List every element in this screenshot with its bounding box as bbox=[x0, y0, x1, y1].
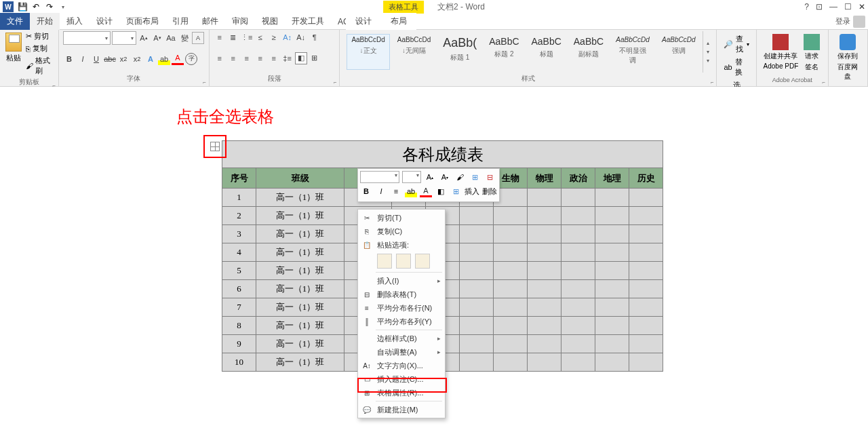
cell[interactable] bbox=[528, 262, 561, 280]
mini-shading[interactable]: ◧ bbox=[435, 185, 447, 197]
cell[interactable] bbox=[629, 317, 663, 335]
cell[interactable] bbox=[561, 189, 595, 207]
cell[interactable] bbox=[595, 262, 629, 280]
increase-indent-button[interactable]: ≥ bbox=[268, 31, 280, 43]
tab-page-layout[interactable]: 页面布局 bbox=[119, 13, 165, 30]
cell[interactable]: 7 bbox=[222, 298, 256, 317]
header-1[interactable]: 班级 bbox=[256, 168, 344, 189]
show-marks-button[interactable]: ¶ bbox=[309, 31, 321, 43]
help-button[interactable]: ? bbox=[804, 2, 809, 12]
asian-layout-button[interactable]: A↕ bbox=[281, 31, 294, 43]
menu-cut[interactable]: ✂剪切(T) bbox=[358, 211, 445, 224]
cell[interactable]: 9 bbox=[222, 335, 256, 353]
cell[interactable] bbox=[528, 243, 561, 262]
superscript-button[interactable]: x2 bbox=[131, 53, 143, 65]
cell[interactable] bbox=[460, 335, 494, 353]
undo-icon[interactable]: ↶ bbox=[31, 2, 41, 12]
tab-home[interactable]: 开始 bbox=[30, 13, 60, 30]
cell[interactable] bbox=[460, 353, 494, 372]
tab-mailings[interactable]: 邮件 bbox=[195, 13, 225, 30]
cell[interactable]: 2 bbox=[222, 207, 256, 225]
find-button[interactable]: 🔎查找▾ bbox=[724, 34, 749, 54]
mini-font-color[interactable]: A bbox=[420, 185, 432, 197]
cell[interactable] bbox=[561, 207, 595, 225]
save-baidu-button[interactable]: 保存到 百度网盘 bbox=[833, 31, 863, 84]
request-signature-button[interactable]: 请求 签名 bbox=[801, 31, 823, 75]
cell[interactable] bbox=[528, 225, 561, 243]
cell[interactable] bbox=[595, 225, 629, 243]
decrease-indent-button[interactable]: ≤ bbox=[254, 31, 267, 43]
table-title-cell[interactable]: 各科成绩表 bbox=[222, 141, 663, 168]
align-left-button[interactable]: ≡ bbox=[214, 52, 226, 64]
bold-button[interactable]: B bbox=[63, 53, 75, 65]
cell[interactable] bbox=[561, 280, 595, 298]
cell[interactable]: 高一（1）班 bbox=[256, 225, 344, 243]
font-name-combo[interactable] bbox=[63, 31, 111, 45]
change-case-button[interactable]: Aa bbox=[165, 32, 177, 44]
style-item-7[interactable]: AaBbCcDd强调 bbox=[657, 34, 700, 70]
style-item-5[interactable]: AaBbC副标题 bbox=[569, 34, 608, 70]
cell[interactable] bbox=[595, 243, 629, 262]
cell[interactable] bbox=[595, 207, 629, 225]
mini-shrink-font[interactable]: A▾ bbox=[439, 171, 451, 183]
cell[interactable] bbox=[629, 207, 663, 225]
paste-button[interactable]: 粘贴 bbox=[4, 31, 23, 76]
mini-delete-label[interactable]: 删除 bbox=[482, 186, 497, 197]
align-center-button[interactable]: ≡ bbox=[227, 52, 239, 64]
cell[interactable]: 1 bbox=[222, 189, 256, 207]
underline-button[interactable]: U bbox=[90, 53, 102, 65]
cell[interactable] bbox=[595, 298, 629, 317]
cell[interactable] bbox=[561, 243, 595, 262]
text-effects-button[interactable]: A bbox=[144, 53, 157, 65]
mini-italic[interactable]: I bbox=[375, 185, 387, 197]
mini-format-painter[interactable]: 🖌 bbox=[454, 171, 466, 183]
line-spacing-button[interactable]: ‡≡ bbox=[281, 52, 294, 64]
cell[interactable]: 5 bbox=[222, 262, 256, 280]
mini-table-insert[interactable]: ⊞ bbox=[469, 171, 481, 183]
menu-delete-table[interactable]: ⊟删除表格(T) bbox=[358, 288, 445, 301]
bullets-button[interactable]: ≡ bbox=[214, 31, 226, 43]
justify-button[interactable]: ≡ bbox=[254, 52, 267, 64]
clear-formatting-button[interactable]: A bbox=[192, 32, 204, 44]
menu-new-comment[interactable]: 💬新建批注(M) bbox=[358, 403, 445, 416]
cell[interactable]: 4 bbox=[222, 243, 256, 262]
cell[interactable] bbox=[494, 317, 528, 335]
save-icon[interactable]: 💾 bbox=[18, 2, 27, 12]
numbering-button[interactable]: ≣ bbox=[227, 31, 239, 43]
cell[interactable] bbox=[595, 353, 629, 372]
cell[interactable] bbox=[561, 317, 595, 335]
cell[interactable] bbox=[528, 298, 561, 317]
cell[interactable] bbox=[460, 262, 494, 280]
close-button[interactable]: ✕ bbox=[859, 2, 865, 12]
multilevel-list-button[interactable]: ⋮≡ bbox=[241, 31, 253, 43]
tab-table-layout[interactable]: 布局 bbox=[381, 13, 416, 30]
cell[interactable] bbox=[595, 189, 629, 207]
phonetic-guide-button[interactable]: 變 bbox=[178, 32, 191, 44]
mini-table-delete[interactable]: ⊟ bbox=[484, 171, 496, 183]
cell[interactable] bbox=[528, 280, 561, 298]
tab-review[interactable]: 审阅 bbox=[225, 13, 255, 30]
cell[interactable] bbox=[460, 298, 494, 317]
cell[interactable] bbox=[629, 243, 663, 262]
mini-grow-font[interactable]: A▴ bbox=[424, 171, 436, 183]
copy-button[interactable]: ⎘复制 bbox=[26, 43, 54, 54]
redo-icon[interactable]: ↷ bbox=[45, 2, 54, 12]
tab-file[interactable]: 文件 bbox=[0, 13, 30, 30]
menu-insert[interactable]: 插入(I) bbox=[358, 274, 445, 288]
tab-view[interactable]: 视图 bbox=[255, 13, 285, 30]
borders-button[interactable]: ⊞ bbox=[309, 52, 321, 64]
cell[interactable] bbox=[460, 207, 494, 225]
cell[interactable]: 高一（1）班 bbox=[256, 317, 344, 335]
style-item-4[interactable]: AaBbC标题 bbox=[526, 34, 566, 70]
cell[interactable] bbox=[629, 298, 663, 317]
mini-bold[interactable]: B bbox=[360, 185, 372, 197]
replace-button[interactable]: ab替换 bbox=[724, 57, 749, 77]
cell[interactable] bbox=[629, 189, 663, 207]
cell[interactable]: 高一（1）班 bbox=[256, 298, 344, 317]
cell[interactable] bbox=[561, 298, 595, 317]
mini-align[interactable]: ≡ bbox=[390, 185, 402, 197]
cell[interactable] bbox=[460, 280, 494, 298]
cell[interactable] bbox=[595, 317, 629, 335]
cell[interactable] bbox=[629, 335, 663, 353]
cell[interactable] bbox=[629, 353, 663, 372]
